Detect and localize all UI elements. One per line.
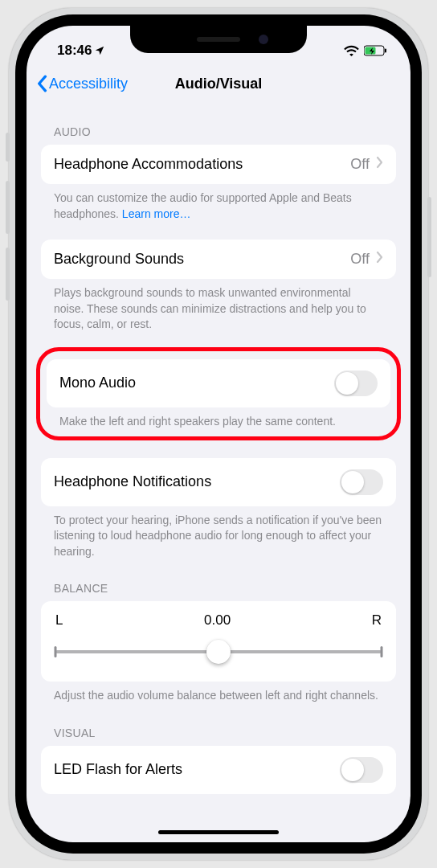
balance-right-label: R	[372, 612, 382, 628]
chevron-left-icon	[36, 75, 47, 92]
back-label: Accessibility	[49, 76, 128, 92]
section-header-balance: BALANCE	[41, 559, 396, 601]
battery-charging-icon	[364, 45, 388, 56]
row-footer: Plays background sounds to mask unwanted…	[41, 279, 396, 333]
back-button[interactable]: Accessibility	[36, 75, 128, 92]
row-footer: Adjust the audio volume balance between …	[41, 682, 396, 704]
page-title: Audio/Visual	[175, 76, 263, 92]
toggle-mono-audio[interactable]	[334, 371, 378, 396]
location-icon	[94, 45, 105, 56]
row-background-sounds[interactable]: Background Sounds Off	[41, 240, 396, 279]
row-label: Headphone Notifications	[54, 473, 211, 490]
row-label: LED Flash for Alerts	[54, 761, 182, 778]
row-footer: You can customize the audio for supporte…	[41, 184, 396, 222]
row-mono-audio[interactable]: Mono Audio	[47, 359, 390, 407]
svg-rect-2	[385, 49, 386, 53]
row-headphone-notifications[interactable]: Headphone Notifications	[41, 458, 396, 506]
section-header-audio: AUDIO	[41, 103, 396, 145]
balance-left-label: L	[55, 612, 63, 628]
toggle-headphone-notifications[interactable]	[340, 469, 383, 495]
section-header-visual: VISUAL	[41, 704, 396, 746]
status-time: 18:46	[57, 43, 92, 59]
row-value: Off	[350, 251, 370, 268]
content-scroll[interactable]: AUDIO Headphone Accommodations Off You c…	[27, 103, 410, 842]
chevron-right-icon	[376, 156, 383, 173]
balance-value: 0.00	[204, 612, 231, 628]
chevron-right-icon	[376, 251, 383, 268]
row-label: Mono Audio	[59, 375, 136, 391]
toggle-led-flash[interactable]	[340, 757, 383, 783]
learn-more-link[interactable]: Learn more…	[122, 207, 191, 220]
row-led-flash[interactable]: LED Flash for Alerts	[41, 746, 396, 794]
row-label: Headphone Accommodations	[54, 156, 243, 173]
row-label: Background Sounds	[54, 251, 184, 268]
nav-bar: Accessibility Audio/Visual	[27, 64, 410, 103]
balance-slider[interactable]	[55, 643, 382, 661]
row-footer: Make the left and right speakers play th…	[47, 407, 390, 430]
balance-card: L 0.00 R	[41, 601, 396, 682]
wifi-icon	[344, 45, 359, 56]
home-indicator[interactable]	[158, 830, 279, 834]
row-footer: To protect your hearing, iPhone sends a …	[41, 506, 396, 560]
highlight-annotation: Mono Audio Make the left and right speak…	[36, 347, 401, 440]
row-value: Off	[350, 156, 370, 173]
slider-thumb[interactable]	[206, 640, 231, 664]
device-notch	[130, 26, 307, 53]
row-headphone-accommodations[interactable]: Headphone Accommodations Off	[41, 145, 396, 184]
